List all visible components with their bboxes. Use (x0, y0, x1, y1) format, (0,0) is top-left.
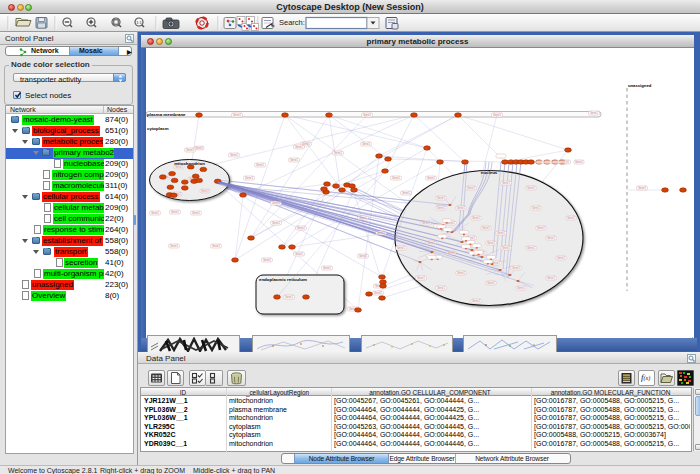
svg-text:Gene1: Gene1 (263, 258, 271, 262)
svg-text:cytoplasm: cytoplasm (147, 126, 169, 131)
svg-text:1:1: 1:1 (136, 20, 142, 25)
svg-text:Gene1: Gene1 (392, 176, 400, 180)
svg-text:Gene1: Gene1 (472, 216, 480, 220)
svg-text:endoplasmic reticulum: endoplasmic reticulum (259, 277, 307, 282)
svg-text:Gene1: Gene1 (201, 189, 209, 193)
svg-text:Gene1: Gene1 (195, 146, 203, 150)
svg-text:Gene1: Gene1 (532, 206, 540, 210)
svg-text:Gene1: Gene1 (537, 226, 545, 230)
svg-text:plasma membrane: plasma membrane (147, 112, 186, 117)
svg-text:Gene1: Gene1 (487, 241, 495, 245)
svg-text:Gene1: Gene1 (374, 291, 382, 295)
svg-text:Gene1: Gene1 (334, 151, 342, 155)
svg-text:Gene1: Gene1 (502, 246, 510, 250)
svg-text:Gene1: Gene1 (272, 221, 280, 225)
svg-text:Gene1: Gene1 (472, 299, 480, 303)
svg-text:Gene1: Gene1 (186, 148, 194, 152)
svg-text:Gene1: Gene1 (517, 286, 525, 290)
svg-text:Gene1: Gene1 (437, 196, 445, 200)
svg-text:Gene1: Gene1 (575, 160, 583, 164)
svg-text:Gene1: Gene1 (151, 211, 159, 215)
svg-text:Gene1: Gene1 (497, 231, 505, 235)
svg-text:Gene1: Gene1 (175, 165, 183, 169)
svg-text:Gene1: Gene1 (590, 111, 598, 115)
svg-text:Gene1: Gene1 (295, 252, 303, 256)
svg-text:Gene1: Gene1 (295, 145, 303, 149)
svg-text:Gene1: Gene1 (230, 153, 238, 157)
svg-text:Gene1: Gene1 (362, 142, 370, 146)
svg-text:Gene1: Gene1 (502, 181, 510, 185)
svg-text:Gene1: Gene1 (290, 158, 298, 162)
svg-text:Search:: Search: (279, 18, 305, 27)
svg-text:Gene1: Gene1 (171, 210, 179, 214)
svg-text:Gene1: Gene1 (457, 271, 465, 275)
svg-text:Gene1: Gene1 (527, 186, 535, 190)
svg-text:Gene1: Gene1 (233, 113, 241, 117)
svg-text:unassigned: unassigned (628, 83, 652, 88)
svg-text:Gene1: Gene1 (638, 186, 646, 190)
svg-text:Gene1: Gene1 (487, 281, 495, 285)
svg-text:Gene1: Gene1 (212, 244, 220, 248)
svg-text:Gene1: Gene1 (192, 211, 200, 215)
svg-text:Gene1: Gene1 (363, 113, 371, 117)
svg-text:nucleus: nucleus (481, 170, 498, 175)
svg-text:Gene1: Gene1 (256, 163, 264, 167)
svg-text:Gene1: Gene1 (359, 254, 367, 258)
svg-text:Gene1: Gene1 (437, 206, 445, 210)
svg-text:Gene1: Gene1 (402, 191, 410, 195)
svg-text:Gene1: Gene1 (547, 236, 555, 240)
svg-text:Gene1: Gene1 (457, 206, 465, 210)
svg-text:Gene1: Gene1 (567, 216, 575, 220)
svg-text:Gene1: Gene1 (437, 286, 445, 290)
svg-text:Gene1: Gene1 (170, 244, 178, 248)
svg-text:Gene1: Gene1 (467, 186, 475, 190)
svg-text:Gene1: Gene1 (323, 266, 331, 270)
svg-text:Gene1: Gene1 (427, 176, 435, 180)
svg-text:Gene1: Gene1 (527, 246, 535, 250)
svg-text:Gene1: Gene1 (512, 266, 520, 270)
svg-text:Gene1: Gene1 (397, 246, 405, 250)
svg-text:Gene1: Gene1 (557, 256, 565, 260)
svg-text:Gene1: Gene1 (297, 226, 305, 230)
svg-text:Gene1: Gene1 (482, 226, 490, 230)
svg-text:Gene1: Gene1 (245, 176, 253, 180)
svg-text:Gene1: Gene1 (285, 295, 293, 299)
svg-text:Gene1: Gene1 (547, 276, 555, 280)
svg-text:Gene1: Gene1 (417, 276, 425, 280)
